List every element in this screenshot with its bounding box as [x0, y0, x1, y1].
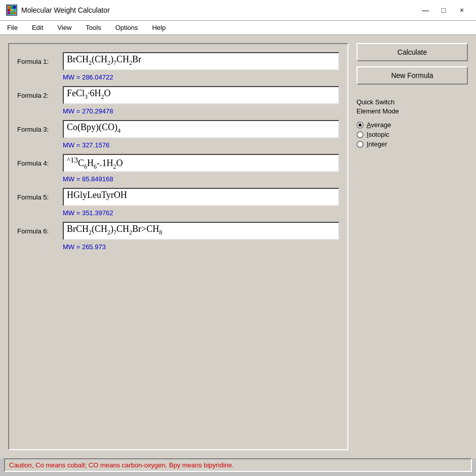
formula-row-2: Formula 2:FeCl3·6H2O [17, 86, 339, 104]
formula-row-5: Formula 5:HGlyLeuTyrOH [17, 188, 339, 206]
radio-row-isotopic[interactable]: Isotopic [356, 131, 468, 138]
radio-label-integer: Integer [367, 140, 387, 148]
close-button[interactable]: × [454, 4, 470, 16]
mw-value-1: MW = 286.04722 [63, 73, 113, 81]
radio-button-average[interactable] [356, 122, 364, 129]
mw-row-4: MW = 85.849168 [63, 175, 339, 183]
window-controls: — □ × [417, 4, 470, 16]
app-title: Molecular Weight Calculator [21, 6, 413, 14]
quick-switch-title: Quick SwitchElement Mode [356, 98, 468, 116]
radio-button-isotopic[interactable] [356, 131, 364, 138]
formula-input-5[interactable]: HGlyLeuTyrOH [63, 188, 339, 206]
formulas-panel: Formula 1:BrCH2(CH2)7CH2BrMW = 286.04722… [8, 43, 348, 450]
mw-value-6: MW = 265.973 [63, 243, 106, 251]
formula-input-1[interactable]: BrCH2(CH2)7CH2Br [63, 52, 339, 70]
formula-label-3: Formula 3: [17, 126, 58, 133]
menu-bar: FileEditViewToolsOptionsHelp [0, 21, 476, 35]
formula-label-2: Formula 2: [17, 92, 58, 99]
side-panel: Calculate New Formula Quick SwitchElemen… [356, 43, 468, 450]
mw-value-4: MW = 85.849168 [63, 175, 113, 183]
formula-label-6: Formula 6: [17, 227, 58, 235]
radio-row-average[interactable]: Average [356, 121, 468, 129]
menu-item-tools[interactable]: Tools [83, 23, 104, 32]
mw-row-3: MW = 327.1576 [63, 141, 339, 149]
new-formula-button[interactable]: New Formula [356, 66, 468, 85]
app-icon [6, 5, 17, 16]
mw-row-6: MW = 265.973 [63, 243, 339, 251]
radio-row-integer[interactable]: Integer [356, 140, 468, 148]
formula-row-1: Formula 1:BrCH2(CH2)7CH2Br [17, 52, 339, 70]
menu-item-options[interactable]: Options [112, 23, 141, 32]
radio-label-average: Average [367, 121, 391, 129]
calculate-button[interactable]: Calculate [356, 43, 468, 61]
menu-item-view[interactable]: View [54, 23, 74, 32]
formula-label-1: Formula 1: [17, 58, 58, 65]
mw-row-2: MW = 270.29478 [63, 107, 339, 115]
menu-item-file[interactable]: File [4, 23, 21, 32]
formula-input-3[interactable]: Co(Bpy)(CO)4 [63, 120, 339, 138]
status-bar: Caution, Co means cobalt; CO means carbo… [4, 458, 472, 472]
mw-value-3: MW = 327.1576 [63, 141, 109, 149]
formula-row-3: Formula 3:Co(Bpy)(CO)4 [17, 120, 339, 138]
formula-row-4: Formula 4:^13C6H6-.1H2O [17, 154, 339, 172]
menu-item-edit[interactable]: Edit [29, 23, 46, 32]
formula-input-6[interactable]: BrCH2(CH2)7CH2Br>CH8 [63, 222, 339, 240]
status-text: Caution, Co means cobalt; CO means carbo… [9, 461, 234, 469]
formula-input-4[interactable]: ^13C6H6-.1H2O [63, 154, 339, 172]
formula-input-2[interactable]: FeCl3·6H2O [63, 86, 339, 104]
radio-button-integer[interactable] [356, 141, 364, 148]
radio-label-isotopic: Isotopic [367, 131, 389, 138]
mw-value-2: MW = 270.29478 [63, 107, 113, 115]
formula-label-5: Formula 5: [17, 193, 58, 201]
mw-value-5: MW = 351.39762 [63, 209, 113, 217]
maximize-button[interactable]: □ [435, 4, 452, 16]
minimize-button[interactable]: — [417, 4, 433, 16]
title-bar: Molecular Weight Calculator — □ × [0, 0, 476, 21]
main-content: Formula 1:BrCH2(CH2)7CH2BrMW = 286.04722… [0, 35, 476, 458]
quick-switch-panel: Quick SwitchElement Mode AverageIsotopic… [356, 98, 468, 150]
mw-row-5: MW = 351.39762 [63, 209, 339, 217]
mw-row-1: MW = 286.04722 [63, 73, 339, 81]
formula-label-4: Formula 4: [17, 160, 58, 167]
formula-row-6: Formula 6:BrCH2(CH2)7CH2Br>CH8 [17, 222, 339, 240]
menu-item-help[interactable]: Help [149, 23, 169, 32]
